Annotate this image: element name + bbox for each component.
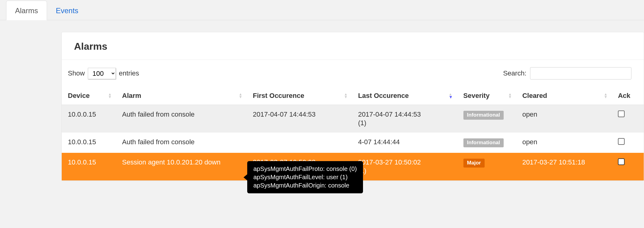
- search-input[interactable]: [530, 67, 631, 79]
- panel-wrap: Alarms Show 100 entries Search:: [0, 20, 644, 181]
- col-device-label: Device: [68, 92, 90, 99]
- show-label-post: entries: [119, 69, 139, 77]
- table-row[interactable]: 10.0.0.15Auth failed from console4-07 14…: [62, 133, 644, 153]
- table-header-row: Device ▲▼ Alarm ▲▼ First Occurence ▲▼ La…: [62, 87, 644, 105]
- tooltip-line: apSysMgmtAuthFailProto: console (0): [253, 165, 357, 173]
- datatable-toolbar: Show 100 entries Search:: [62, 60, 644, 87]
- cell-device: 10.0.0.15: [62, 105, 116, 133]
- col-alarm[interactable]: Alarm ▲▼: [116, 87, 247, 105]
- sort-desc-icon: ▲▼: [449, 93, 453, 99]
- search-label: Search:: [503, 69, 526, 77]
- col-last-label: Last Occurence: [358, 92, 409, 99]
- cell-device: 10.0.0.15: [62, 153, 116, 180]
- sort-icon: ▲▼: [508, 93, 512, 99]
- tab-bar: Alarms Events: [0, 0, 644, 20]
- cell-last: 2017-03-27 10:50:02(1): [352, 153, 457, 180]
- cell-last: 4-07 14:44:44: [352, 133, 457, 153]
- cell-ack: [612, 153, 644, 180]
- sort-icon: ▲▼: [344, 93, 348, 99]
- cell-cleared: open: [516, 105, 612, 133]
- severity-badge: Informational: [463, 111, 504, 120]
- cell-first: 2017-04-07 14:44:53: [247, 105, 352, 133]
- show-label-pre: Show: [68, 69, 85, 77]
- sort-icon: ▲▼: [239, 93, 242, 99]
- cell-cleared: open: [516, 133, 612, 153]
- ack-checkbox[interactable]: [618, 110, 625, 117]
- severity-badge: Major: [463, 159, 485, 168]
- col-ack-label: Ack: [618, 92, 630, 99]
- sort-icon: ▲▼: [604, 93, 607, 99]
- tab-events-label: Events: [56, 6, 78, 15]
- ack-checkbox[interactable]: [618, 158, 625, 165]
- col-last[interactable]: Last Occurence ▲▼: [352, 87, 457, 105]
- col-device[interactable]: Device ▲▼: [62, 87, 116, 105]
- cell-severity: Informational: [457, 133, 516, 153]
- col-alarm-label: Alarm: [122, 92, 141, 99]
- tab-events[interactable]: Events: [47, 1, 87, 20]
- cell-severity: Informational: [457, 105, 516, 133]
- severity-badge: Informational: [463, 138, 504, 147]
- col-cleared-label: Cleared: [522, 92, 547, 99]
- tooltip-line: apSysMgmtAuthFailOrigin: console: [253, 181, 357, 190]
- ack-checkbox[interactable]: [618, 138, 625, 145]
- cell-alarm: Auth failed from console: [116, 105, 247, 133]
- tooltip-line: apSysMgmtAuthFailLevel: user (1): [253, 173, 357, 181]
- table-row[interactable]: 10.0.0.15Auth failed from console2017-04…: [62, 105, 644, 133]
- col-cleared[interactable]: Cleared ▲▼: [516, 87, 612, 105]
- page-title: Alarms: [62, 32, 644, 60]
- col-first-label: First Occurence: [253, 92, 304, 99]
- cell-cleared: 2017-03-27 10:51:18: [516, 153, 612, 180]
- cell-alarm: Auth failed from console: [116, 133, 247, 153]
- alarms-panel: Alarms Show 100 entries Search:: [61, 32, 644, 181]
- col-severity[interactable]: Severity ▲▼: [457, 87, 516, 105]
- cell-severity: Major: [457, 153, 516, 180]
- cell-ack: [612, 105, 644, 133]
- cell-last: 2017-04-07 14:44:53(1): [352, 105, 457, 133]
- tab-alarms-label: Alarms: [15, 6, 38, 15]
- col-severity-label: Severity: [463, 92, 490, 99]
- cell-first: [247, 133, 352, 153]
- col-ack[interactable]: Ack: [612, 87, 644, 105]
- tab-alarms[interactable]: Alarms: [6, 1, 47, 20]
- show-entries: Show 100 entries: [68, 68, 139, 79]
- cell-alarm: Session agent 10.0.201.20 down: [116, 153, 247, 180]
- cell-ack: [612, 133, 644, 153]
- alarm-detail-tooltip: apSysMgmtAuthFailProto: console (0) apSy…: [247, 161, 363, 193]
- search-wrap: Search:: [503, 67, 631, 79]
- entries-select[interactable]: 100: [88, 68, 116, 79]
- col-first[interactable]: First Occurence ▲▼: [247, 87, 352, 105]
- sort-icon: ▲▼: [108, 93, 112, 99]
- cell-device: 10.0.0.15: [62, 133, 116, 153]
